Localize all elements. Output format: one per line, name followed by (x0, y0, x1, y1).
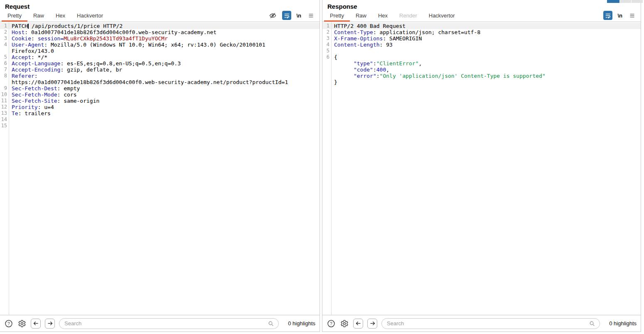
request-search-field (59, 318, 279, 329)
response-line-number-gutter: 123456 (322, 22, 332, 315)
forward-arrow-icon (369, 320, 376, 327)
line-number: 15 (0, 123, 9, 129)
line-number: 5 (322, 48, 331, 54)
soft-wrap-icon[interactable] (282, 11, 291, 20)
code-line: Cookie: session=MLu8rCXkBp25431Td93a4fT1… (9, 35, 320, 42)
code-line: "type":"ClientError", (332, 60, 641, 67)
line-number: 1 (0, 23, 9, 29)
code-line: { (332, 54, 641, 60)
search-input[interactable] (64, 320, 264, 327)
line-number: 9 (0, 85, 9, 92)
code-line: HTTP/2 400 Bad Request (332, 23, 641, 29)
back-arrow-icon (355, 320, 361, 327)
window-widget-gray-segment (632, 0, 643, 3)
code-line: Sec-Fetch-Site: same-origin (9, 98, 320, 104)
forward-arrow-button[interactable] (45, 319, 55, 329)
window-widget-fragment (607, 0, 643, 3)
tab-hex[interactable]: Hex (50, 11, 71, 22)
back-arrow-button[interactable] (353, 319, 363, 329)
tab-pretty[interactable]: Pretty (2, 11, 27, 22)
line-number (322, 60, 331, 67)
code-line: Accept: */* (9, 54, 320, 60)
code-line: Content-Length: 93 (332, 42, 641, 48)
code-line: Referer: (9, 73, 320, 79)
line-number: 2 (322, 29, 331, 35)
tab-hackvertor[interactable]: Hackvertor (423, 11, 461, 22)
settings-gear-icon[interactable] (17, 319, 27, 328)
tab-hackvertor[interactable]: Hackvertor (71, 11, 109, 22)
back-arrow-icon (33, 320, 39, 327)
line-number: 1 (322, 23, 331, 29)
line-number: 3 (322, 35, 331, 42)
newline-chars-icon[interactable]: \n (617, 12, 622, 19)
tab-pretty[interactable]: Pretty (324, 11, 350, 22)
line-number: 11 (0, 98, 9, 104)
line-number: 8 (0, 73, 9, 79)
message-editor-split: Request PrettyRawHexHackvertor \n 123456… (0, 0, 644, 332)
highlights-count: 0 highlights (604, 320, 637, 327)
code-line (332, 48, 641, 54)
request-tabs: PrettyRawHexHackvertor (2, 11, 109, 22)
response-editor[interactable]: 123456 HTTP/2 400 Bad RequestContent-Typ… (322, 22, 641, 315)
response-search-bar: ? 0 highlights (322, 315, 641, 332)
line-number: 7 (0, 67, 9, 73)
response-search-field (381, 318, 600, 329)
tab-raw[interactable]: Raw (350, 11, 372, 22)
response-editor-toolbar: \n (603, 11, 641, 22)
request-tab-bar: PrettyRawHexHackvertor \n (0, 11, 320, 22)
editor-menu-icon[interactable] (627, 11, 637, 20)
response-tab-bar: PrettyRawHexRenderHackvertor \n (322, 11, 641, 22)
tab-raw[interactable]: Raw (27, 11, 50, 22)
line-number (322, 67, 331, 73)
code-line: Sec-Fetch-Mode: cors (9, 92, 320, 98)
editor-menu-icon[interactable] (306, 11, 315, 20)
search-input[interactable] (386, 320, 585, 327)
code-line: PATCH /api/products/1/price HTTP/2 (9, 23, 320, 29)
hide-highlights-eye-icon[interactable] (268, 11, 277, 20)
response-panel: Response PrettyRawHexRenderHackvertor \n… (322, 0, 641, 332)
line-number: 2 (0, 29, 9, 35)
code-line: Host: 0a1d0077041de18b826f3d6d004c00f0.w… (9, 29, 320, 35)
code-line: Sec-Fetch-Dest: empty (9, 85, 320, 92)
window-widget-gray-segment (620, 0, 631, 3)
line-number (322, 79, 331, 85)
forward-arrow-button[interactable] (367, 319, 377, 329)
line-number: 4 (0, 42, 9, 48)
line-number: 4 (322, 42, 331, 48)
line-number: 3 (0, 35, 9, 42)
code-line: User-Agent: Mozilla/5.0 (Windows NT 10.0… (9, 42, 320, 48)
code-line: https://0a1d0077041de18b826f3d6d004c00f0… (9, 79, 320, 85)
request-editor[interactable]: 123456789101112131415 PATCH /api/product… (0, 22, 320, 315)
svg-text:?: ? (330, 321, 332, 326)
request-editor-toolbar: \n (268, 11, 320, 22)
search-icon[interactable] (268, 320, 274, 327)
line-number (0, 48, 9, 54)
tab-render: Render (393, 11, 423, 22)
svg-text:?: ? (7, 321, 10, 326)
line-number (0, 79, 9, 85)
request-line-number-gutter: 123456789101112131415 (0, 22, 9, 315)
code-line: "code":400, (332, 67, 641, 73)
response-panel-title: Response (322, 0, 641, 11)
code-line: Accept-Language: es-ES,es;q=0.8,en-US;q=… (9, 60, 320, 67)
line-number: 6 (0, 60, 9, 67)
code-line: Content-Type: application/json; charset=… (332, 29, 641, 35)
settings-gear-icon[interactable] (340, 319, 349, 328)
back-arrow-button[interactable] (31, 319, 41, 329)
search-icon[interactable] (589, 320, 595, 327)
line-number: 13 (0, 110, 9, 116)
line-number: 14 (0, 116, 9, 123)
help-icon[interactable]: ? (4, 319, 13, 328)
line-number (322, 73, 331, 79)
code-line: Te: trailers (9, 110, 320, 116)
line-number: 12 (0, 104, 9, 110)
response-code-area[interactable]: HTTP/2 400 Bad RequestContent-Type: appl… (332, 22, 641, 315)
request-code-area[interactable]: PATCH /api/products/1/price HTTP/2Host: … (9, 22, 320, 315)
code-line: } (332, 79, 641, 85)
tab-hex[interactable]: Hex (372, 11, 393, 22)
newline-chars-icon[interactable]: \n (296, 12, 301, 19)
soft-wrap-icon[interactable] (603, 11, 612, 20)
help-icon[interactable]: ? (327, 319, 336, 328)
code-line: Firefox/143.0 (9, 48, 320, 54)
request-panel-title: Request (0, 0, 320, 11)
